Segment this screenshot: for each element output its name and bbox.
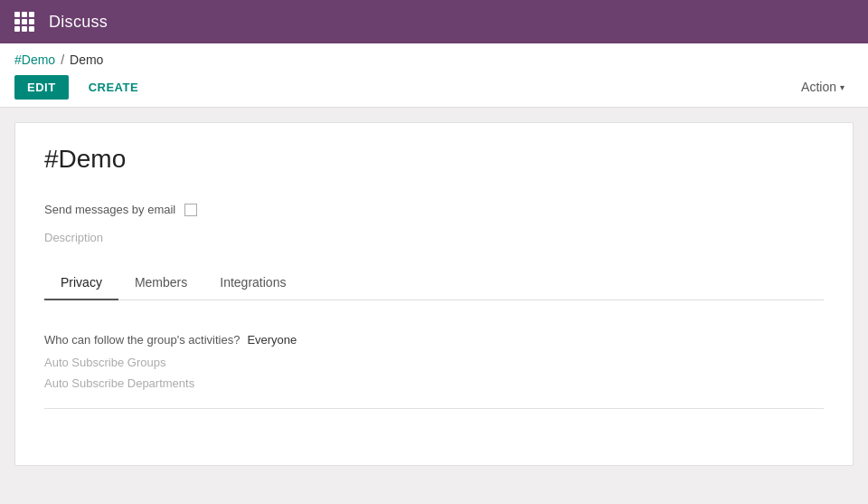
- tabs-bar: Privacy Members Integrations: [44, 266, 824, 300]
- tab-integrations[interactable]: Integrations: [203, 266, 302, 300]
- record-title: #Demo: [44, 145, 824, 174]
- action-dropdown-icon: ▾: [840, 82, 844, 92]
- send-messages-field-row: Send messages by email: [44, 203, 824, 216]
- app-title: Discuss: [49, 13, 108, 32]
- send-messages-checkbox[interactable]: [184, 204, 197, 216]
- breadcrumb-link[interactable]: #Demo: [14, 52, 55, 67]
- breadcrumb: #Demo / Demo: [14, 52, 854, 67]
- privacy-tab-content: Who can follow the group's activities? E…: [44, 319, 824, 423]
- topbar: Discuss: [0, 0, 868, 43]
- breadcrumb-toolbar-area: #Demo / Demo EDIT CREATE Action ▾: [0, 43, 868, 108]
- tab-privacy[interactable]: Privacy: [44, 266, 118, 300]
- create-button[interactable]: CREATE: [76, 75, 151, 100]
- who-follows-row: Who can follow the group's activities? E…: [44, 333, 824, 347]
- toolbar: EDIT CREATE Action ▾: [14, 74, 854, 107]
- action-label: Action: [801, 80, 836, 94]
- breadcrumb-separator: /: [61, 52, 64, 67]
- send-messages-label: Send messages by email: [44, 203, 175, 216]
- edit-button[interactable]: EDIT: [14, 75, 69, 100]
- apps-grid-icon[interactable]: [14, 12, 34, 32]
- who-follows-label: Who can follow the group's activities?: [44, 333, 240, 347]
- auto-subscribe-departments-label: Auto Subscribe Departments: [44, 376, 824, 390]
- breadcrumb-current: Demo: [70, 52, 103, 67]
- description-field[interactable]: Description: [44, 227, 824, 248]
- action-button[interactable]: Action ▾: [792, 74, 854, 100]
- tab-divider: [44, 408, 824, 409]
- record-card: #Demo Send messages by email Description…: [14, 122, 854, 466]
- main-content: #Demo Send messages by email Description…: [0, 108, 868, 480]
- who-follows-value: Everyone: [247, 333, 297, 347]
- auto-subscribe-groups-label: Auto Subscribe Groups: [44, 356, 824, 369]
- tab-members[interactable]: Members: [118, 266, 203, 300]
